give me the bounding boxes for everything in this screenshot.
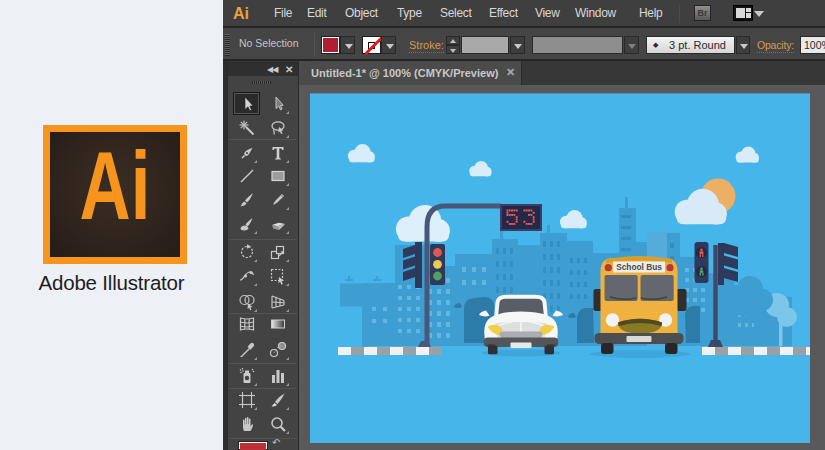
svg-text:School Bus: School Bus: [616, 262, 662, 272]
